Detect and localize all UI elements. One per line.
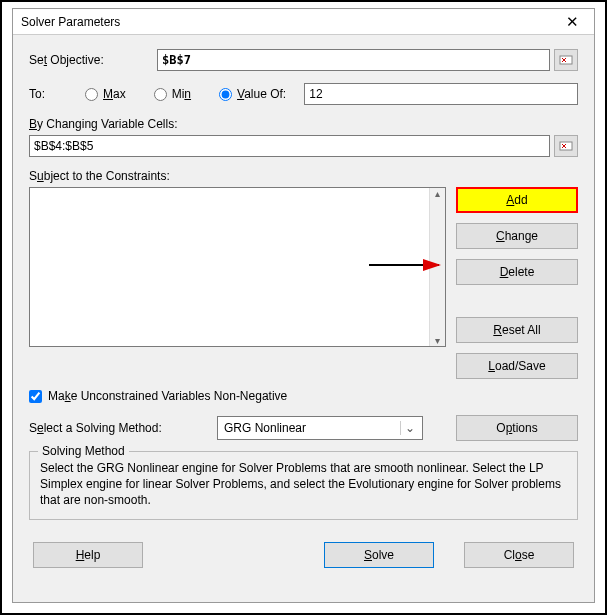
reset-all-button[interactable]: Reset All [456,317,578,343]
solving-method-group: Solving Method Select the GRG Nonlinear … [29,451,578,520]
radio-min[interactable]: Min [154,87,191,101]
group-title: Solving Method [38,444,129,458]
constraints-listbox[interactable]: ▴ ▾ [29,187,446,347]
radio-max[interactable]: Max [85,87,126,101]
non-negative-checkbox[interactable] [29,390,42,403]
window-title: Solver Parameters [21,15,558,29]
titlebar: Solver Parameters ✕ [13,9,594,35]
group-description: Select the GRG Nonlinear engine for Solv… [40,460,567,509]
solver-parameters-dialog: Solver Parameters ✕ Set Objective: To: M… [12,8,595,603]
changing-cells-label: By Changing Variable Cells: [29,117,178,131]
close-button[interactable]: Close [464,542,574,568]
load-save-button[interactable]: Load/Save [456,353,578,379]
set-objective-label: Set Objective: [29,53,157,67]
svg-rect-1 [560,142,572,150]
scrollbar[interactable]: ▴ ▾ [429,188,445,346]
non-negative-label: Make Unconstrained Variables Non-Negativ… [48,389,287,403]
solve-button[interactable]: Solve [324,542,434,568]
help-button[interactable]: Help [33,542,143,568]
range-picker-icon[interactable] [554,135,578,157]
delete-button[interactable]: Delete [456,259,578,285]
solving-method-value: GRG Nonlinear [224,421,306,435]
value-of-input[interactable] [304,83,578,105]
screenshot-frame: Solver Parameters ✕ Set Objective: To: M… [0,0,607,615]
to-label: To: [29,87,85,101]
changing-cells-input[interactable] [29,135,550,157]
radio-value-of[interactable]: Value Of: [219,87,286,101]
solving-method-select[interactable]: GRG Nonlinear ⌄ [217,416,423,440]
options-button[interactable]: Options [456,415,578,441]
scroll-up-icon[interactable]: ▴ [435,188,440,199]
change-button[interactable]: Change [456,223,578,249]
constraints-label: Subject to the Constraints: [29,169,170,183]
add-button[interactable]: Add [456,187,578,213]
solving-method-label: Select a Solving Method: [29,421,217,435]
svg-rect-0 [560,56,572,64]
range-picker-icon[interactable] [554,49,578,71]
close-icon[interactable]: ✕ [558,11,586,33]
set-objective-input[interactable] [157,49,550,71]
chevron-down-icon: ⌄ [400,421,418,435]
scroll-down-icon[interactable]: ▾ [435,335,440,346]
